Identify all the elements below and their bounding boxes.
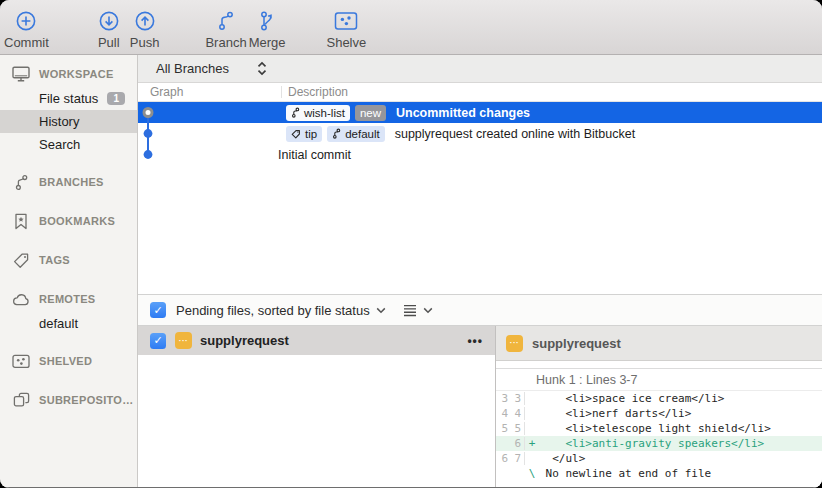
shelved-label: SHELVED [39,355,92,367]
tag-badge: tip [286,126,322,142]
column-divider[interactable] [281,86,282,98]
pending-checkbox[interactable]: ✓ [150,302,166,318]
shelve-button[interactable]: Shelve [326,8,366,50]
sidebar-section-subrepositories[interactable]: SUBREPOSITO… [0,387,137,413]
commit-row-uncommitted[interactable]: wish-list new Uncommitted changes [138,102,822,123]
pending-files-label[interactable]: Pending files, sorted by file status [176,303,370,318]
monitor-icon [11,66,31,82]
subrepositories-label: SUBREPOSITO… [39,394,133,406]
commit-button[interactable]: Commit [4,8,49,50]
sidebar-section-workspace[interactable]: WORKSPACE [0,61,137,87]
diff-line-added: 6 + <li>anti-gravity speakers</li> [496,436,822,451]
hunk-header: Hunk 1 : Lines 3-7 [496,369,822,391]
branch-filter-value: All Branches [156,61,229,76]
sort-menu-button[interactable] [403,304,433,317]
hamburger-icon [403,304,417,317]
shelf-box-icon [11,354,31,369]
diff-marker: \ [525,467,539,480]
branch-filter-bar: All Branches [138,55,822,83]
commit-list: wish-list new Uncommitted changes tip [138,102,822,165]
branch-filter-stepper[interactable] [257,61,267,76]
file-status-label: File status [39,91,98,106]
diff-code: <li>anti-gravity speakers</li> [539,437,764,450]
chevron-down-icon [423,307,433,314]
history-label: History [39,114,79,129]
push-icon [134,8,156,33]
line-number-old: 6 [496,452,508,465]
commit-message: supplyrequest created online with Bitbuc… [395,127,635,141]
branch-badge-label: default [345,128,380,140]
line-number-old: 5 [496,422,508,435]
merge-button[interactable]: Merge [249,8,286,50]
diff-code: <li>telescope light shield</li> [539,422,771,435]
push-button[interactable]: Push [130,8,160,50]
pull-button-label: Pull [98,35,120,50]
sidebar-item-search[interactable]: Search [0,133,137,156]
sourcetree-window: Commit Pull Push Branch [0,0,822,488]
sidebar: WORKSPACE File status 1 History Search B… [0,55,138,487]
diff-code: </ul> [539,452,585,465]
line-number-new: 6 [508,437,521,450]
sidebar-section-shelved[interactable]: SHELVED [0,348,137,374]
diff-lines: 33 <li>space ice cream</li> 44 <li>nerf … [496,391,822,481]
tag-badge-label: tip [305,128,317,140]
modified-file-icon: ··· [175,332,192,349]
column-header-graph[interactable]: Graph [138,85,281,99]
sidebar-section-tags[interactable]: TAGS [0,247,137,273]
branch-icon [11,174,31,191]
pull-button[interactable]: Pull [98,8,120,50]
sidebar-item-default-remote[interactable]: default [0,312,137,335]
file-list: ✓ ··· supplyrequest ••• [138,326,495,487]
merge-icon [259,8,276,33]
line-number-new: 4 [508,407,521,420]
diff-line: 67 </ul> [496,451,822,466]
branch-badge: default [327,126,385,142]
commit-row-initial[interactable]: Initial commit [138,144,822,165]
line-number-old: 4 [496,407,508,420]
checkmark-icon: ✓ [153,335,162,346]
column-header-description[interactable]: Description [281,85,348,99]
sidebar-section-branches[interactable]: BRANCHES [0,169,137,195]
sidebar-item-history[interactable]: History [0,110,137,133]
diff-file-name: supplyrequest [532,336,621,351]
commit-icon [15,8,37,33]
pending-files-bar: ✓ Pending files, sorted by file status [138,294,822,326]
chevron-down-icon[interactable] [376,307,386,314]
diff-code: <li>space ice cream</li> [539,392,724,405]
commit-message: Uncommitted changes [396,106,530,120]
diff-code: <li>nerf darts</li> [539,407,691,420]
sidebar-item-file-status[interactable]: File status 1 [0,87,137,110]
more-actions-button[interactable]: ••• [467,334,483,348]
line-number-old [496,437,508,450]
modified-file-icon: ··· [506,335,523,352]
sidebar-section-remotes[interactable]: REMOTES [0,286,137,312]
commit-list-header: Graph Description [138,83,822,102]
cloud-icon [11,293,31,306]
bookmark-icon [11,213,31,230]
branch-button-label: Branch [205,35,246,50]
new-badge: new [355,105,386,121]
file-checkbox[interactable]: ✓ [150,333,166,349]
branches-label: BRANCHES [39,176,104,188]
commit-row-tip[interactable]: tip default supplyrequest created online… [138,123,822,144]
commit-button-label: Commit [4,35,49,50]
file-row[interactable]: ✓ ··· supplyrequest ••• [138,326,495,355]
toolbar: Commit Pull Push Branch [0,0,822,55]
branch-button[interactable]: Branch [205,8,246,50]
checkmark-icon: ✓ [153,305,162,316]
branch-badge-label: wish-list [304,107,345,119]
diff-line: 33 <li>space ice cream</li> [496,391,822,406]
sidebar-section-bookmarks[interactable]: BOOKMARKS [0,208,137,234]
line-number-old: 3 [496,392,508,405]
branch-badge: wish-list [286,105,350,121]
diff-pane: ··· supplyrequest Hunk 1 : Lines 3-7 33 … [496,326,822,487]
workspace-label: WORKSPACE [39,68,114,80]
branch-icon [216,8,236,33]
file-status-badge: 1 [107,92,125,105]
diff-marker: + [525,437,539,450]
diff-file-header: ··· supplyrequest [496,326,822,361]
tag-icon [11,252,31,268]
subrepositories-icon [11,392,31,408]
commit-message: Initial commit [278,148,351,162]
file-name: supplyrequest [200,333,289,348]
